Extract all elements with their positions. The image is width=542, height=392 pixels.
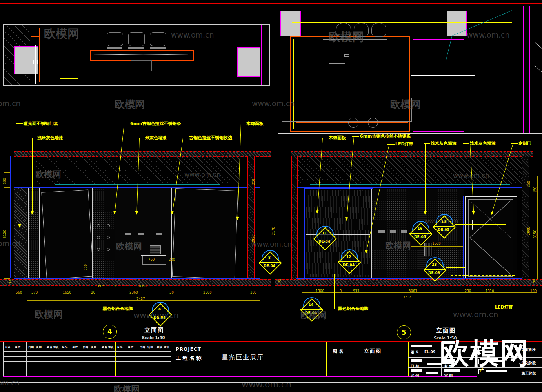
dim-value: 30 (169, 291, 174, 294)
scale-label: 比 例 (411, 373, 419, 378)
leader-line (424, 143, 430, 144)
material-label: 浅米灰色墙漆 (470, 141, 496, 145)
e4-knob (97, 224, 100, 227)
dim-value: 760 (148, 258, 155, 261)
leader-line (281, 260, 379, 260)
e5-striped-cabinet (424, 243, 433, 256)
detail-callout[interactable]: 11DE-04 (313, 227, 336, 249)
titleblock-bottom-line (3, 376, 477, 377)
dim-line (256, 172, 256, 279)
plan-hatch-mark (535, 65, 542, 80)
watermark: 欧模网 (385, 240, 411, 252)
dim-value: 3120 (3, 230, 7, 238)
dim-value: 150 (530, 289, 537, 293)
skirting-label: 黑色铝合金地脚 (338, 307, 368, 311)
project-name: 星光巨业展厅 (222, 354, 264, 362)
cad-viewport[interactable]: 哑光面不锈钢门套 浅米灰色墙漆 6mm古铜色拉丝不锈钢条 米灰色墙漆 古铜色拉丝… (0, 0, 542, 392)
dim-value: 2560 (203, 291, 212, 294)
e4-dot-panel (28, 188, 40, 278)
dim-value: 5 (114, 285, 116, 288)
watermark: www.om.cn (453, 310, 498, 319)
material-label: 米灰色墙漆 (145, 136, 167, 140)
project-label-cn: 工 程 名 称 (176, 355, 202, 362)
plan-wall-line (523, 6, 524, 133)
leader-line (238, 124, 246, 124)
material-label: 古铜色拉丝不锈钢收边 (189, 136, 232, 140)
watermark: www.om.cn (453, 172, 489, 179)
crosshair-cursor[interactable] (35, 45, 36, 84)
titleblock-divider (326, 342, 327, 376)
dim-value: 75 (278, 279, 282, 283)
led-strip-label: LED灯带 (495, 305, 513, 309)
watermark: www.om.cn (171, 31, 214, 39)
dim-value: 150 (533, 187, 537, 193)
watermark: om.cn (0, 99, 21, 108)
plan-wall-line (529, 6, 530, 133)
plan-wall-line (31, 36, 40, 37)
plan-stool (371, 23, 386, 37)
dim-value: 75 (533, 279, 537, 283)
e5-wall-dash (378, 230, 385, 233)
plan-chair-seat (107, 47, 122, 49)
e4-wall-dash (125, 233, 131, 235)
plan-equipment-handle (344, 54, 349, 57)
plan-right-column (280, 11, 301, 36)
skirting-label: 黑色铝合金地脚 (103, 307, 133, 311)
plan-equipment-box (329, 49, 345, 64)
plan-table-leg (131, 60, 152, 71)
crosshair-pickbox[interactable] (33, 60, 38, 64)
plan-sink (348, 118, 358, 128)
plan-chair-seat (150, 47, 166, 49)
plan-cabinet-divider (311, 98, 311, 121)
detail-callout[interactable]: 16DE-05 (409, 222, 431, 245)
dim-line (87, 254, 87, 278)
leader-line (352, 136, 359, 137)
watermark: 欧模网 (114, 383, 140, 392)
view-title-line (117, 334, 207, 334)
material-label: 6mm古铜色拉丝不锈钢条 (130, 122, 181, 126)
dim-tick (4, 172, 10, 173)
material-label: 哑光面不锈钢门套 (24, 122, 58, 126)
date-label: 日 期 (411, 364, 419, 369)
sheet-no-value: EL-09 (424, 350, 435, 354)
dim-value: 3150 (533, 230, 537, 238)
watermark: www.om.cn (251, 240, 292, 248)
e4-wall-line (10, 156, 11, 278)
top-border-line (0, 3, 542, 4)
field-redaction (411, 369, 422, 372)
dim-value: 250 (252, 179, 255, 185)
e5-floor-line (296, 278, 522, 279)
dim-value: 2360 (129, 291, 138, 294)
leader-line (463, 143, 469, 144)
plan-chair (107, 32, 123, 46)
crosshair-cursor[interactable] (411, 5, 411, 75)
dim-value: 605 (98, 285, 104, 288)
e4-knob (107, 224, 110, 227)
plan-chair (128, 32, 145, 46)
leader-line (455, 224, 506, 225)
detail-callout[interactable]: 12DE-04 (337, 250, 360, 273)
view-number: 4 (103, 325, 117, 339)
review-field-label: 审 图 (444, 373, 453, 378)
titleblock-underline (328, 358, 406, 358)
dim-value: 370 (31, 291, 38, 294)
drawing-name-label: 图 名 (333, 348, 344, 355)
dim-value: 200 (169, 258, 175, 261)
detail-callout[interactable]: 23DE-08 (423, 258, 446, 281)
plan-chair-seat (128, 47, 144, 49)
field-redaction (411, 359, 422, 362)
dim-total: 7534 (403, 296, 412, 299)
crosshair-cursor[interactable] (411, 75, 475, 76)
dim-tick (4, 278, 10, 279)
e4-knob (107, 248, 110, 251)
detail-callout[interactable]: 8DE-04 (258, 251, 281, 274)
dim-tick (4, 187, 10, 188)
watermark: www.om.cn (184, 171, 220, 178)
e4-desk-top (141, 255, 166, 256)
leader-line (20, 123, 20, 226)
e4-floor-slab (0, 279, 271, 286)
e4-knob (97, 236, 100, 239)
plan-chair (150, 32, 166, 46)
plan-wall-line (292, 22, 512, 23)
e5-ceiling-void-hatch (297, 156, 522, 184)
